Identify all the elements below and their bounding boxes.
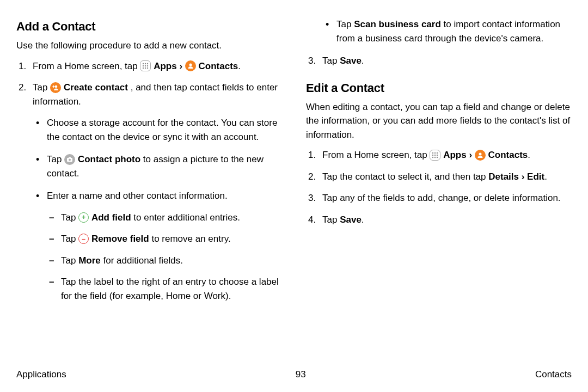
svg-rect-12: [69, 157, 71, 158]
svg-point-22: [437, 156, 438, 157]
svg-point-20: [432, 156, 433, 157]
intro-edit-contact: When editing a contact, you can tap a fi…: [306, 100, 572, 142]
svg-point-2: [147, 63, 148, 64]
create-contact-icon: [50, 82, 61, 93]
apps-icon: [430, 150, 440, 161]
edit-step-4: 4. Tap Save.: [306, 213, 572, 227]
svg-point-18: [434, 154, 436, 155]
step-3-save: 3. Tap Save.: [306, 54, 572, 68]
svg-point-19: [437, 154, 438, 155]
edit-step-1: 1. From a Home screen, tap Apps › Contac…: [306, 148, 572, 162]
edit-step-3: 3. Tap any of the fields to add, change,…: [306, 191, 572, 205]
right-column: Tap Scan business card to import contact…: [306, 17, 572, 366]
dash-label: Tap the label to the right of an entry t…: [47, 275, 282, 303]
svg-point-16: [437, 152, 438, 153]
heading-add-contact: Add a Contact: [16, 17, 282, 35]
svg-point-21: [434, 156, 436, 157]
footer-page-number: 93: [296, 367, 306, 382]
left-column: Add a Contact Use the following procedur…: [16, 17, 282, 366]
dash-remove-field: Tap – Remove field to remove an entry.: [47, 232, 282, 246]
svg-point-5: [147, 65, 148, 66]
svg-point-4: [145, 65, 146, 66]
svg-point-1: [145, 63, 146, 64]
svg-point-23: [479, 152, 481, 155]
dash-add-field: Tap + Add field to enter additional entr…: [47, 211, 282, 225]
bullet-contact-photo: Tap Contact photo to assign a picture to…: [33, 152, 282, 180]
page-footer: Applications 93 Contacts: [16, 367, 572, 382]
bullet-enter-name: Enter a name and other contact informati…: [33, 189, 282, 303]
apps-icon: [140, 60, 151, 71]
camera-icon: [64, 154, 75, 165]
contacts-icon: [475, 150, 486, 161]
enter-name-dashes: Tap + Add field to enter additional entr…: [47, 211, 282, 303]
svg-point-14: [432, 152, 433, 153]
plus-icon: +: [78, 212, 89, 223]
svg-point-13: [69, 158, 71, 161]
svg-point-17: [432, 154, 433, 155]
add-contact-steps: 1. From a Home screen, tap Apps › Contac…: [16, 59, 282, 303]
svg-point-0: [143, 63, 144, 64]
add-contact-step3-list: 3. Tap Save.: [306, 54, 572, 68]
svg-point-7: [145, 68, 146, 69]
dash-more: Tap More for additional fields.: [47, 254, 282, 268]
svg-point-8: [147, 68, 148, 69]
intro-add-contact: Use the following procedure to add a new…: [16, 39, 282, 53]
heading-edit-contact: Edit a Contact: [306, 79, 572, 97]
footer-left: Applications: [16, 367, 66, 382]
svg-point-10: [55, 85, 58, 88]
contacts-icon: [185, 60, 196, 71]
continued-bullets: Tap Scan business card to import contact…: [306, 17, 572, 45]
svg-point-9: [189, 64, 192, 66]
bullet-scan-card: Tap Scan business card to import contact…: [322, 17, 572, 45]
edit-contact-steps: 1. From a Home screen, tap Apps › Contac…: [306, 148, 572, 226]
step-1: 1. From a Home screen, tap Apps › Contac…: [16, 59, 282, 74]
svg-point-3: [143, 65, 144, 66]
step-2-bullets: Choose a storage account for the contact…: [33, 116, 282, 303]
footer-right: Contacts: [535, 367, 572, 382]
step-2: 2. Tap Create contact , and then tap con…: [16, 81, 282, 303]
bullet-storage: Choose a storage account for the contact…: [33, 116, 282, 144]
edit-step-2: 2. Tap the contact to select it, and the…: [306, 170, 572, 184]
svg-point-6: [143, 68, 144, 69]
minus-icon: –: [78, 234, 89, 244]
svg-point-15: [434, 152, 436, 153]
